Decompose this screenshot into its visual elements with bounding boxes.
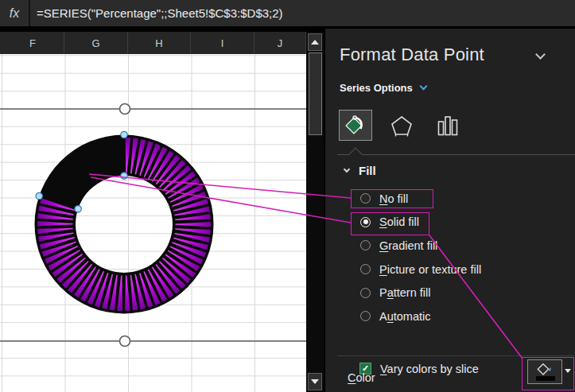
fill-section-label: Fill: [359, 164, 376, 177]
pane-title: Format Data Point: [340, 45, 484, 65]
fill-color-button[interactable]: [527, 359, 562, 384]
scroll-down-button[interactable]: [308, 373, 322, 390]
pane-title-chevron-down-icon[interactable]: [535, 49, 546, 60]
vary-colors-label: Vary colors by slice: [380, 363, 479, 375]
solid-fill-radio[interactable]: [360, 217, 371, 227]
automatic-option[interactable]: Automatic: [355, 305, 546, 328]
vertical-scrollbar[interactable]: [306, 32, 324, 392]
picture-or-texture-fill-radio[interactable]: [360, 264, 371, 274]
pentagon-icon: [390, 114, 414, 137]
pattern-fill-label: Pattern fill: [379, 286, 431, 299]
scroll-down-icon: [311, 379, 319, 384]
scroll-up-icon: [311, 40, 319, 45]
series-options-header[interactable]: Series Options: [340, 82, 426, 94]
insert-function-button[interactable]: fx: [0, 0, 30, 26]
fill-color-dropdown-arrow-icon[interactable]: [565, 369, 571, 373]
scrollbar-thumb[interactable]: [309, 52, 322, 135]
pattern-fill-radio[interactable]: [360, 288, 371, 298]
fx-icon: fx: [10, 6, 19, 21]
scroll-up-button[interactable]: [308, 33, 322, 51]
tab-series-options[interactable]: [431, 110, 464, 141]
no-fill-radio[interactable]: [360, 193, 371, 204]
no-fill-label: No fill: [379, 192, 408, 205]
fill-color-bucket-icon: [536, 362, 554, 376]
column-header-J[interactable]: J: [254, 32, 306, 54]
fill-section-header[interactable]: Fill: [344, 164, 376, 177]
column-header-H[interactable]: H: [128, 32, 191, 54]
solid-fill-option[interactable]: Solid fill: [355, 211, 546, 235]
picture-or-texture-fill-option[interactable]: Picture or texture fill: [355, 258, 546, 281]
column-header-I[interactable]: I: [191, 32, 254, 54]
format-data-point-pane: Format Data Point Series Options: [325, 29, 575, 392]
pane-tabs: [339, 110, 464, 141]
formula-input[interactable]: =SERIES("Percentage";;Sheet5!$C$3:$D$3;2…: [30, 6, 283, 20]
formula-bar: fx =SERIES("Percentage";;Sheet5!$C$3:$D$…: [0, 0, 575, 26]
automatic-radio[interactable]: [360, 311, 371, 321]
column-chart-icon: [437, 115, 458, 136]
worksheet-grid[interactable]: FGHIJ: [0, 32, 306, 392]
solid-fill-label: Solid fill: [379, 215, 419, 228]
section-divider: [337, 355, 575, 356]
gradient-fill-label: Gradient fill: [379, 239, 437, 252]
automatic-label: Automatic: [379, 310, 431, 323]
column-header-F[interactable]: F: [2, 32, 64, 54]
pattern-fill-option[interactable]: Pattern fill: [355, 281, 546, 305]
color-label: Color: [348, 371, 375, 384]
gradient-fill-option[interactable]: Gradient fill: [355, 234, 546, 258]
excel-window: fx =SERIES("Percentage";;Sheet5!$C$3:$D$…: [0, 0, 575, 392]
gradient-fill-radio[interactable]: [360, 240, 371, 250]
tab-fill-and-line[interactable]: [339, 110, 372, 141]
series-options-label: Series Options: [340, 82, 413, 94]
tab-effects[interactable]: [385, 110, 418, 141]
column-header-G[interactable]: G: [64, 32, 128, 54]
tab-divider: [337, 154, 575, 155]
grid-cells[interactable]: [0, 54, 306, 392]
picture-or-texture-fill-label: Picture or texture fill: [379, 263, 481, 276]
column-headers: FGHIJ: [0, 32, 306, 54]
no-fill-option[interactable]: No fill: [355, 187, 546, 211]
series-options-chevron-down-icon: [419, 83, 427, 91]
paint-bucket-icon: [344, 114, 367, 137]
selected-tab-notch: [349, 148, 363, 161]
fill-collapse-chevron-icon: [344, 166, 350, 173]
current-color-swatch: [536, 376, 555, 381]
